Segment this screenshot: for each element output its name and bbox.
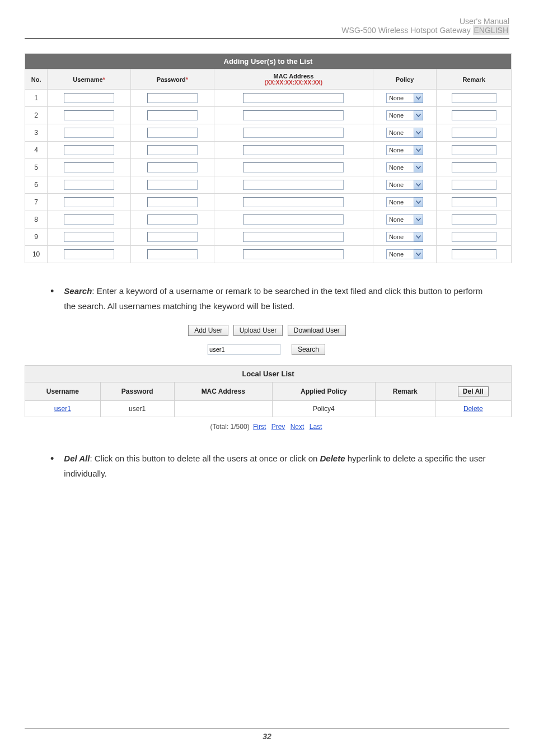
table1-title: Adding User(s) to the List (25, 54, 512, 69)
username-input[interactable] (64, 180, 114, 190)
col2-delall: Del All (435, 382, 511, 401)
username-input[interactable] (64, 249, 114, 259)
mac-input[interactable] (243, 180, 344, 190)
del-all-button[interactable]: Del All (458, 386, 489, 396)
policy-select[interactable]: None (386, 162, 423, 172)
username-input[interactable] (64, 232, 114, 242)
password-input[interactable] (147, 249, 198, 259)
col2-username: Username (25, 382, 101, 401)
col-mac: MAC Address(XX:XX:XX:XX:XX:XX) (214, 69, 373, 90)
username-input[interactable] (64, 197, 114, 207)
chevron-down-icon (414, 214, 423, 225)
table-row: 8None (25, 211, 512, 228)
cell-password: user1 (100, 401, 174, 417)
row-no: 5 (25, 159, 48, 176)
username-link[interactable]: user1 (54, 405, 71, 413)
page-first-link[interactable]: First (253, 423, 266, 431)
remark-input[interactable] (452, 93, 496, 103)
page-prev-link[interactable]: Prev (271, 423, 285, 431)
table-row: user1user1Policy4Delete (25, 401, 512, 417)
table-row: 9None (25, 228, 512, 246)
cell-policy: Policy4 (272, 401, 375, 417)
policy-select-value: None (386, 232, 414, 242)
table-row: 7None (25, 194, 512, 211)
remark-input[interactable] (452, 249, 496, 259)
remark-input[interactable] (452, 162, 496, 172)
header-divider (25, 38, 509, 39)
mac-input[interactable] (243, 110, 344, 120)
password-input[interactable] (147, 145, 198, 155)
password-input[interactable] (147, 232, 198, 242)
policy-select[interactable]: None (386, 232, 423, 242)
chevron-down-icon (414, 145, 423, 155)
header-line1: User's Manual (25, 17, 509, 26)
required-asterisk: * (186, 76, 188, 83)
remark-input[interactable] (452, 145, 496, 155)
policy-select[interactable]: None (386, 214, 423, 225)
mac-input[interactable] (243, 162, 344, 172)
remark-input[interactable] (452, 197, 496, 207)
password-input[interactable] (147, 110, 198, 120)
mac-input[interactable] (243, 128, 344, 138)
policy-select-value: None (386, 180, 414, 190)
mac-input[interactable] (243, 232, 344, 242)
page-footer: 32 (25, 729, 509, 741)
row-no: 8 (25, 211, 48, 228)
page-number: 32 (263, 732, 271, 741)
remark-input[interactable] (452, 180, 496, 190)
remark-input[interactable] (452, 232, 496, 242)
mac-input[interactable] (243, 145, 344, 155)
table2-title: Local User List (25, 366, 512, 382)
cell-mac (174, 401, 272, 417)
search-button[interactable]: Search (292, 344, 325, 355)
download-user-button[interactable]: Download User (288, 325, 346, 336)
username-input[interactable] (64, 162, 114, 172)
policy-select[interactable]: None (386, 249, 423, 259)
mac-input[interactable] (243, 214, 344, 225)
password-input[interactable] (147, 180, 198, 190)
password-input[interactable] (147, 214, 198, 225)
upload-user-button[interactable]: Upload User (233, 325, 283, 336)
chevron-down-icon (414, 110, 423, 120)
page-next-link[interactable]: Next (291, 423, 305, 431)
password-input[interactable] (147, 197, 198, 207)
cell-remark (376, 401, 435, 417)
policy-select[interactable]: None (386, 128, 423, 138)
username-input[interactable] (64, 93, 114, 103)
password-input[interactable] (147, 128, 198, 138)
username-input[interactable] (64, 214, 114, 225)
remark-input[interactable] (452, 110, 496, 120)
table-row: 4None (25, 142, 512, 159)
row-no: 4 (25, 142, 48, 159)
table-row: 10None (25, 246, 512, 263)
policy-select[interactable]: None (386, 197, 423, 207)
mac-input[interactable] (243, 197, 344, 207)
page-last-link[interactable]: Last (310, 423, 322, 431)
chevron-down-icon (414, 232, 423, 242)
row-no: 6 (25, 176, 48, 194)
table2-header-row: Username Password MAC Address Applied Po… (25, 382, 512, 401)
password-input[interactable] (147, 93, 198, 103)
mac-input[interactable] (243, 93, 344, 103)
table-row: 6None (25, 176, 512, 194)
remark-input[interactable] (452, 128, 496, 138)
policy-select[interactable]: None (386, 93, 423, 103)
username-input[interactable] (64, 128, 114, 138)
add-user-button[interactable]: Add User (188, 325, 228, 336)
search-row: Search (25, 344, 509, 355)
col-username: Username* (48, 69, 131, 90)
search-input[interactable] (208, 344, 280, 355)
col2-policy: Applied Policy (272, 382, 375, 401)
username-input[interactable] (64, 110, 114, 120)
policy-select[interactable]: None (386, 145, 423, 155)
row-no: 9 (25, 228, 48, 246)
policy-select[interactable]: None (386, 180, 423, 190)
username-input[interactable] (64, 145, 114, 155)
delete-link[interactable]: Delete (463, 405, 483, 413)
password-input[interactable] (147, 162, 198, 172)
remark-input[interactable] (452, 214, 496, 225)
policy-select[interactable]: None (386, 110, 423, 120)
row-no: 3 (25, 124, 48, 142)
mac-input[interactable] (243, 249, 344, 259)
col-password: Password* (131, 69, 214, 90)
